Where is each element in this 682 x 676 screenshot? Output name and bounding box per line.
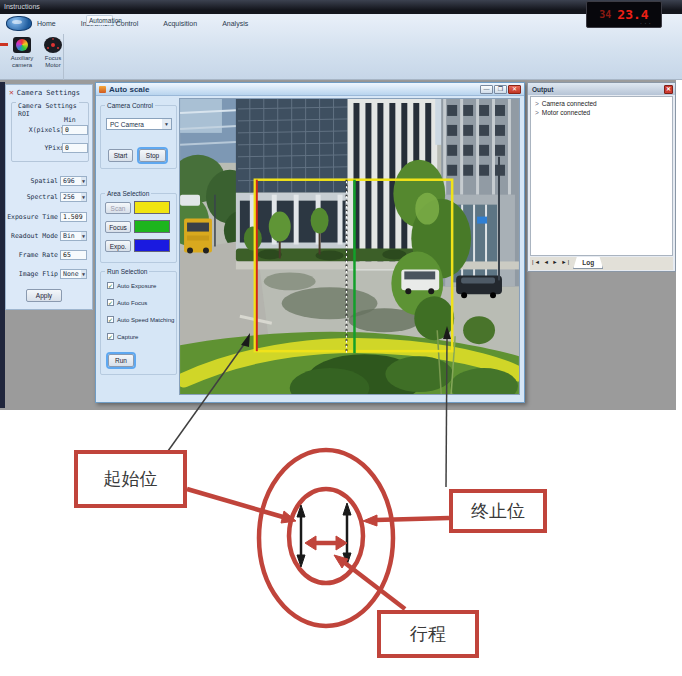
camera-feed <box>179 98 520 395</box>
output-title: Output <box>532 86 553 93</box>
spectral-label: Spectral <box>27 193 58 201</box>
ribbon: Home Instrument Control Acquisition Anal… <box>0 14 682 80</box>
camera-lens-icon <box>13 37 31 53</box>
checkbox-checked-icon <box>107 282 114 289</box>
ribbon-tab-bar: Home Instrument Control Acquisition Anal… <box>32 15 253 31</box>
auxiliary-camera-button[interactable]: Auxiliary camera <box>7 36 37 78</box>
exposure-time-input[interactable] <box>60 212 87 222</box>
exposure-button[interactable]: Expo. <box>105 240 131 252</box>
document-page: Instructions 34 23.4 ··· Home Instrument… <box>0 0 682 676</box>
autoscale-titlebar[interactable]: Auto scale <box>96 83 524 96</box>
tab-analysis[interactable]: Analysis <box>217 18 253 29</box>
auto-focus-checkbox[interactable]: Auto Focus <box>107 299 147 306</box>
frame-rate-input[interactable] <box>60 250 87 260</box>
log-item: >Camera connected <box>535 100 672 107</box>
inner-travel-ellipse <box>289 489 363 583</box>
chevron-down-icon: ▼ <box>162 119 171 129</box>
frame-rate-label: Frame Rate <box>19 251 58 259</box>
motor-icon <box>44 37 62 53</box>
red-edge-mark <box>0 43 8 46</box>
spatial-select[interactable]: 696 ▼ <box>60 176 87 186</box>
camera-control-label: Camera Control <box>105 102 155 109</box>
application-menu-button[interactable] <box>6 16 32 31</box>
spectral-select[interactable]: 256 ▼ <box>60 192 87 202</box>
close-button[interactable]: ✕ <box>508 85 521 94</box>
camera-feed-image <box>180 99 519 394</box>
end-position-label-box: 终止位 <box>449 489 547 533</box>
mdi-workspace: ✕ Camera Settings Camera Settings ROI Mi… <box>0 80 676 410</box>
scan-color-swatch <box>134 201 170 214</box>
stop-button[interactable]: Stop <box>139 149 166 162</box>
run-button[interactable]: Run <box>108 354 134 367</box>
restore-button[interactable]: ❐ <box>494 85 507 94</box>
travel-double-arrow <box>305 536 347 550</box>
output-titlebar: Output ✕ <box>528 83 675 95</box>
start-label-connector <box>187 489 296 523</box>
xpixels-input[interactable] <box>62 125 88 135</box>
log-item-marker: > <box>535 100 539 107</box>
led-tick-marks: ··· <box>640 21 653 26</box>
auto-exposure-checkbox[interactable]: Auto Exposure <box>107 282 156 289</box>
auto-speed-matching-checkbox[interactable]: Auto Speed Matching <box>107 316 174 323</box>
minimize-button[interactable]: — <box>480 85 493 94</box>
checkbox-checked-icon <box>107 299 114 306</box>
tab-log[interactable]: Log <box>573 257 603 269</box>
spatial-label: Spatial <box>31 177 58 185</box>
focus-button[interactable]: Focus <box>105 221 131 233</box>
tab-acquisition[interactable]: Acquisition <box>158 18 202 29</box>
led-right-digits: 23.4 <box>617 7 648 22</box>
panel-pin-icon: ✕ <box>9 88 14 97</box>
end-position-arrow <box>343 503 351 565</box>
start-position-arrow <box>297 505 305 567</box>
checkbox-checked-icon <box>107 316 114 323</box>
xpixels-label: X(pixels) <box>29 126 64 134</box>
log-item-marker: > <box>535 109 539 116</box>
window-titlebar: Instructions <box>0 0 682 14</box>
start-button[interactable]: Start <box>108 149 133 162</box>
autoscale-window: Auto scale — ❐ ✕ Camera Control PC Camer… <box>95 82 525 403</box>
capture-checkbox[interactable]: Capture <box>107 333 138 340</box>
window-title: Instructions <box>4 3 40 10</box>
roi-sublabel: ROI <box>18 110 30 118</box>
tab-home[interactable]: Home <box>32 18 61 29</box>
led-temperature-display: 34 23.4 ··· <box>586 1 662 28</box>
scan-button[interactable]: Scan <box>105 202 131 214</box>
area-selection-label: Area Selection <box>105 190 151 197</box>
end-label-connector <box>363 515 449 526</box>
apply-button[interactable]: Apply <box>26 289 62 302</box>
tab-automation[interactable]: Automation <box>86 15 113 25</box>
exposure-color-swatch <box>134 239 170 252</box>
white-car-left <box>180 195 200 206</box>
close-icon[interactable]: ✕ <box>664 85 673 94</box>
led-left-digits: 34 <box>599 9 611 20</box>
readout-mode-label: Readout Mode <box>11 232 58 240</box>
camera-control-group: Camera Control PC Camera ▼ Start Stop <box>100 105 177 169</box>
image-flip-label: Image Flip <box>19 270 58 278</box>
camera-settings-panel: ✕ Camera Settings Camera Settings ROI Mi… <box>5 84 93 310</box>
ypixs-input[interactable] <box>62 143 88 153</box>
output-tab-bar: |◄ ◄ ► ►| Log <box>530 257 673 270</box>
exposure-time-label: Exposure Time <box>7 213 58 221</box>
app-window: Instructions 34 23.4 ··· Home Instrument… <box>0 0 682 410</box>
min-column-header: Min <box>64 116 76 124</box>
travel-label-box: 行程 <box>377 610 479 658</box>
chevron-down-icon: ▼ <box>81 177 86 185</box>
log-nav-buttons[interactable]: |◄ ◄ ► ►| <box>530 257 573 265</box>
area-selection-group: Area Selection Scan Focus Expo. <box>100 193 177 263</box>
auxiliary-camera-label: Auxiliary camera <box>11 55 34 68</box>
chevron-down-icon: ▼ <box>81 270 86 278</box>
output-log-list: >Camera connected >Motor connected <box>530 96 673 256</box>
outer-travel-ellipse <box>259 450 393 626</box>
image-flip-select[interactable]: None ▼ <box>60 269 87 279</box>
roi-groupbox: Camera Settings ROI Min X(pixels) YPixs <box>11 102 89 162</box>
chevron-down-icon: ▼ <box>81 232 86 240</box>
focus-color-swatch <box>134 220 170 233</box>
start-position-label-box: 起始位 <box>74 450 187 508</box>
readout-mode-select[interactable]: Bin ▼ <box>60 231 87 241</box>
output-panel: Output ✕ >Camera connected >Motor connec… <box>527 82 676 272</box>
camera-device-select[interactable]: PC Camera ▼ <box>106 118 172 130</box>
roi-group-label: Camera Settings <box>16 102 79 110</box>
autoscale-window-icon <box>99 86 106 93</box>
camera-settings-title: Camera Settings <box>17 89 80 97</box>
log-item: >Motor connected <box>535 109 672 116</box>
